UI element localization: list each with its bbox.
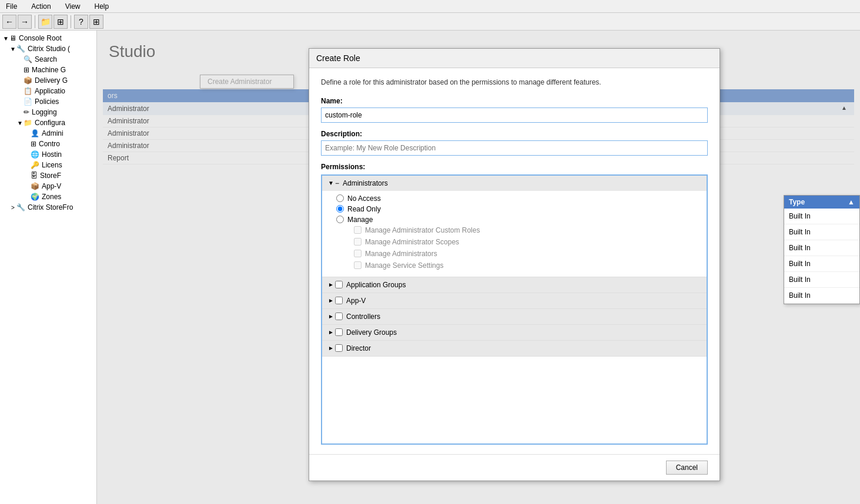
expand-sf[interactable]: > xyxy=(9,204,16,211)
back-button[interactable]: ← xyxy=(2,15,16,29)
appv-label: App-V xyxy=(346,297,366,305)
menu-bar: File Action View Help xyxy=(0,0,860,13)
sidebar-item-appv[interactable]: 📦 App-V xyxy=(0,181,96,191)
type-row-2[interactable]: Built In xyxy=(784,224,859,240)
radio-input-read-only[interactable] xyxy=(336,205,344,213)
toolbar: ← → 📁 ⊞ ? ⊞ xyxy=(0,13,860,31)
host-icon: 🌐 xyxy=(31,150,39,159)
checkbox-director[interactable] xyxy=(335,344,343,352)
cb-label-admin-scopes: Manage Administrator Scopes xyxy=(365,238,459,246)
sidebar-item-applications[interactable]: 📋 Applicatio xyxy=(0,86,96,96)
sidebar-item-configuration[interactable]: ▼ 📁 Configura xyxy=(0,117,96,128)
radio-no-access[interactable]: No Access xyxy=(336,194,692,203)
sidebar-label-zones: Zones xyxy=(42,193,61,201)
sort-up-icon[interactable]: ▲ xyxy=(848,198,855,206)
expand-appv[interactable]: ► xyxy=(327,297,335,304)
forward-button[interactable]: → xyxy=(18,15,32,29)
type-row-3[interactable]: Built In xyxy=(784,240,859,256)
sidebar-item-admins[interactable]: 👤 Admini xyxy=(0,128,96,139)
expand-delivery[interactable]: ► xyxy=(327,329,335,335)
perm-header-director[interactable]: ► Director xyxy=(322,341,707,356)
checkbox-appv[interactable] xyxy=(335,297,343,304)
store-icon: 🗄 xyxy=(31,172,38,180)
checkbox-admin-scopes[interactable] xyxy=(354,238,362,246)
sidebar-item-citrix-studio[interactable]: ▼ 🔧 Citrix Studio ( xyxy=(0,43,96,54)
perm-header-administrators[interactable]: ▼ − Administrators xyxy=(322,176,707,191)
perm-header-controllers[interactable]: ► Controllers xyxy=(322,309,707,324)
sidebar-label-sf: Citrix StoreFro xyxy=(28,203,73,211)
appgroups-label: Application Groups xyxy=(346,281,406,289)
menu-view[interactable]: View xyxy=(62,1,84,12)
expand-icon[interactable]: ▼ xyxy=(2,35,9,42)
sidebar-item-hosting[interactable]: 🌐 Hostin xyxy=(0,149,96,160)
snap-button[interactable]: ⊞ xyxy=(89,15,103,29)
perm-header-appv[interactable]: ► App-V xyxy=(322,293,707,308)
cb-custom-roles[interactable]: Manage Administrator Custom Roles xyxy=(354,226,692,234)
perm-header-appgroups[interactable]: ► Application Groups xyxy=(322,277,707,293)
sidebar-item-search[interactable]: 🔍 Search xyxy=(0,54,96,65)
cb-service-settings[interactable]: Manage Service Settings xyxy=(354,261,692,270)
sidebar-item-storefront[interactable]: 🗄 StoreF xyxy=(0,170,96,181)
checkbox-service-settings[interactable] xyxy=(354,261,362,269)
sidebar-item-policies[interactable]: 📄 Policies xyxy=(0,96,96,107)
expand-config[interactable]: ▼ xyxy=(16,120,24,126)
type-row-1[interactable]: Built In xyxy=(784,209,859,224)
name-input[interactable] xyxy=(321,107,708,123)
radio-label-no-access: No Access xyxy=(347,194,381,203)
name-label: Name: xyxy=(321,97,708,105)
desc-label: Description: xyxy=(321,130,708,138)
menu-action[interactable]: Action xyxy=(28,1,54,12)
expand-controllers[interactable]: ► xyxy=(327,313,335,320)
spacer11 xyxy=(24,173,31,179)
radio-input-no-access[interactable] xyxy=(336,194,344,202)
sidebar-label-hosting: Hostin xyxy=(42,150,62,159)
perm-section-director: ► Director xyxy=(322,341,707,357)
spacer2 xyxy=(16,67,24,73)
type-row-5[interactable]: Built In xyxy=(784,272,859,288)
perm-header-delivery-groups[interactable]: ► Delivery Groups xyxy=(322,325,707,340)
main-layout: ▼ 🖥 Console Root ▼ 🔧 Citrix Studio ( 🔍 S… xyxy=(0,31,860,504)
menu-file[interactable]: File xyxy=(2,1,21,12)
expand-icon-studio[interactable]: ▼ xyxy=(9,46,16,52)
sidebar-item-controllers[interactable]: ⊞ Contro xyxy=(0,139,96,149)
toolbar-sep1 xyxy=(35,15,35,28)
dialog-titlebar: Create Role xyxy=(309,49,720,68)
type-header: Type ▲ xyxy=(784,196,859,209)
help-button[interactable]: ? xyxy=(74,15,88,29)
radio-read-only[interactable]: Read Only xyxy=(336,205,692,213)
grid-button[interactable]: ⊞ xyxy=(53,15,68,29)
checkbox-admin[interactable]: − xyxy=(335,179,339,187)
sidebar-item-storefro[interactable]: > 🔧 Citrix StoreFro xyxy=(0,202,96,213)
sidebar-item-logging[interactable]: ✏ Logging xyxy=(0,107,96,117)
cb-manage-admins[interactable]: Manage Administrators xyxy=(354,250,692,258)
sidebar-item-machine[interactable]: ⊞ Machine G xyxy=(0,65,96,75)
sidebar-label-app: Applicatio xyxy=(35,87,65,95)
sidebar-item-delivery[interactable]: 📦 Delivery G xyxy=(0,75,96,86)
radio-input-manage[interactable] xyxy=(336,216,344,223)
type-row-4[interactable]: Built In xyxy=(784,256,859,272)
perm-section-delivery-groups: ► Delivery Groups xyxy=(322,325,707,341)
perm-body-administrators: No Access Read Only Manage xyxy=(322,191,707,277)
radio-manage[interactable]: Manage xyxy=(336,216,692,224)
sidebar-item-licensing[interactable]: 🔑 Licens xyxy=(0,160,96,170)
sidebar-label-appv: App-V xyxy=(42,182,61,190)
type-row-6[interactable]: Built In xyxy=(784,288,859,304)
checkbox-custom-roles[interactable] xyxy=(354,226,362,234)
cancel-button[interactable]: Cancel xyxy=(666,461,708,475)
permissions-box[interactable]: ▼ − Administrators No Access Read O xyxy=(321,174,708,445)
checkbox-manage-admins[interactable] xyxy=(354,250,362,257)
sidebar-item-console-root[interactable]: ▼ 🖥 Console Root xyxy=(0,33,96,43)
checkbox-delivery-groups[interactable] xyxy=(335,328,343,336)
expand-appgroups[interactable]: ► xyxy=(327,281,335,288)
description-input[interactable] xyxy=(321,140,708,156)
folder-button[interactable]: 📁 xyxy=(38,15,52,29)
checkbox-appgroups[interactable] xyxy=(335,281,343,288)
expand-director[interactable]: ► xyxy=(327,345,335,351)
cb-admin-scopes[interactable]: Manage Administrator Scopes xyxy=(354,238,692,246)
expand-admin-perm[interactable]: ▼ xyxy=(327,180,335,186)
app-icon: 📋 xyxy=(24,87,32,95)
menu-help[interactable]: Help xyxy=(91,1,113,12)
sidebar-item-zones[interactable]: 🌍 Zones xyxy=(0,191,96,202)
sidebar: ▼ 🖥 Console Root ▼ 🔧 Citrix Studio ( 🔍 S… xyxy=(0,31,97,504)
checkbox-controllers[interactable] xyxy=(335,313,343,320)
